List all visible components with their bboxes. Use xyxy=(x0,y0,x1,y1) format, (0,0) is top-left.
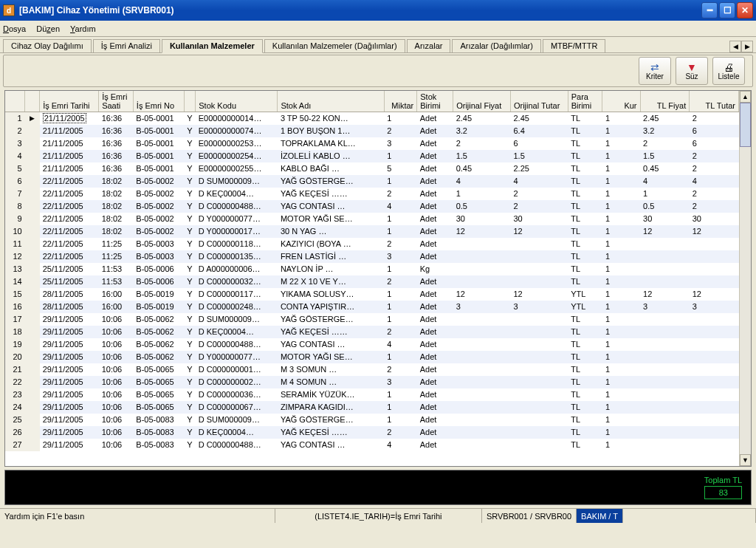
table-row[interactable]: 2329/11/200510:06B-05-0065YD C000000036…… xyxy=(5,388,739,401)
col-orijinal-fiyat[interactable]: Orijinal Fiyat xyxy=(453,91,511,112)
col-is-emri-saati[interactable]: İş Emri Saati xyxy=(99,91,134,112)
table-row[interactable]: 2629/11/200510:06B-05-0083YD KEÇ00004…YA… xyxy=(5,426,739,439)
total-label: Toplam TL xyxy=(704,476,742,484)
tab-mtbf-mttr[interactable]: MTBF/MTTR xyxy=(543,39,606,52)
toolbar: ⇄ Kriter ▼ Süz 🖨 Listele xyxy=(3,55,753,87)
table-row[interactable]: 1528/11/200516:00B-05-0019YD C000000117…… xyxy=(5,288,739,301)
listele-button[interactable]: 🖨 Listele xyxy=(712,57,745,85)
col-para-birimi[interactable]: Para Birimi xyxy=(568,91,602,112)
table-row[interactable]: 2229/11/200510:06B-05-0065YD C000000002…… xyxy=(5,376,739,388)
kriter-button[interactable]: ⇄ Kriter xyxy=(639,57,671,85)
table-row[interactable]: 622/11/200518:02B-05-0002YD SUM000009…YA… xyxy=(5,175,739,188)
table-row[interactable]: 1▶21/11/200516:36B-05-0001YE00000000014…… xyxy=(5,112,739,125)
minimize-button[interactable]: ━ xyxy=(701,2,718,18)
scroll-thumb[interactable] xyxy=(740,103,751,147)
table-row[interactable]: 1628/11/200516:00B-05-0019YD C000000248…… xyxy=(5,301,739,313)
tabs-scroll-left[interactable]: ◀ xyxy=(729,41,741,52)
table-row[interactable]: 822/11/200518:02B-05-0002YD C000000488…Y… xyxy=(5,200,739,213)
table-row[interactable]: 421/11/200516:36B-05-0001YE00000000254…İ… xyxy=(5,150,739,162)
status-server: SRVBR001 / SRVBR00 xyxy=(482,509,577,523)
scroll-up-icon[interactable]: ▲ xyxy=(740,91,751,103)
scroll-down-icon[interactable]: ▼ xyxy=(740,454,751,466)
col-stok-kodu[interactable]: Stok Kodu xyxy=(196,91,278,112)
tab-arizalar[interactable]: Arızalar xyxy=(407,39,451,52)
col-stok-adi[interactable]: Stok Adı xyxy=(278,91,384,112)
table-row[interactable]: 722/11/200518:02B-05-0002YD KEÇ00004…YAĞ… xyxy=(5,188,739,200)
table-row[interactable]: 1222/11/200511:25B-05-0003YD C000000135…… xyxy=(5,250,739,263)
status-help: Yardım için F1'e basın xyxy=(0,509,275,523)
table-row[interactable]: 2129/11/200510:06B-05-0065YD C000000001…… xyxy=(5,363,739,376)
table-row[interactable]: 1829/11/200510:06B-05-0062YD KEÇ00004…YA… xyxy=(5,326,739,338)
col-is-emri-no[interactable]: İş Emri No xyxy=(133,91,184,112)
tab-kullanilan-malzemeler[interactable]: Kullanılan Malzemeler xyxy=(162,39,263,53)
status-context: BAKIM / T xyxy=(577,509,623,523)
col-is-emri-tarihi[interactable]: İş Emri Tarihi xyxy=(40,91,99,112)
table-row[interactable]: 521/11/200516:36B-05-0001YE00000000255…K… xyxy=(5,162,739,175)
suz-button[interactable]: ▼ Süz xyxy=(676,57,708,85)
menu-duzen[interactable]: Düzen xyxy=(36,24,60,33)
close-button[interactable]: ✕ xyxy=(737,2,753,18)
tabs-scroll-right[interactable]: ▶ xyxy=(741,41,753,52)
menu-yardim[interactable]: Yardım xyxy=(70,24,96,33)
materials-table[interactable]: İş Emri Tarihi İş Emri Saati İş Emri No … xyxy=(5,91,739,451)
menu-dosya[interactable]: Dosya xyxy=(3,24,26,33)
table-row[interactable]: 1022/11/200518:02B-05-0002YD Y000000017…… xyxy=(5,225,739,238)
col-stok-birimi[interactable]: Stok Birimi xyxy=(417,91,453,112)
col-kur[interactable]: Kur xyxy=(602,91,640,112)
tab-is-emri-analizi[interactable]: İş Emri Analizi xyxy=(93,39,160,52)
maximize-button[interactable]: ☐ xyxy=(719,2,735,18)
summary-bar: Toplam TL 83 xyxy=(4,470,752,505)
total-value: 83 xyxy=(704,486,742,499)
table-row[interactable]: 2529/11/200510:06B-05-0083YD SUM000009…Y… xyxy=(5,414,739,426)
status-expression: (LISTET4.IE_TARIH)=İş Emri Tarihi xyxy=(275,509,482,523)
statusbar: Yardım için F1'e basın (LISTET4.IE_TARIH… xyxy=(0,508,756,523)
grid-container: İş Emri Tarihi İş Emri Saati İş Emri No … xyxy=(4,90,752,467)
window-title: [BAKIM] Cihaz Yönetimi (SRVBR001) xyxy=(19,5,701,16)
table-row[interactable]: 1729/11/200510:06B-05-0062YD SUM000009…Y… xyxy=(5,313,739,326)
app-icon: d xyxy=(3,4,15,16)
vertical-scrollbar[interactable]: ▲ ▼ xyxy=(739,91,751,466)
table-row[interactable]: 1929/11/200510:06B-05-0062YD C000000488…… xyxy=(5,338,739,351)
tab-kullanilan-malzemeler-dagilim[interactable]: Kullanılan Malzemeler (Dağılımlar) xyxy=(264,39,405,52)
filter-icon: ▼ xyxy=(687,62,697,72)
table-row[interactable]: 2729/11/200510:06B-05-0083YD C000000488…… xyxy=(5,439,739,451)
menubar: Dosya Düzen Yardım xyxy=(0,21,756,37)
printer-icon: 🖨 xyxy=(724,62,734,72)
tab-cihaz-olay[interactable]: Cihaz Olay Dağılımı xyxy=(3,39,92,52)
table-row[interactable]: 1425/11/200511:53B-05-0006YD C000000032…… xyxy=(5,275,739,288)
table-row[interactable]: 321/11/200516:36B-05-0001YE00000000253…T… xyxy=(5,137,739,150)
swap-icon: ⇄ xyxy=(650,62,659,72)
table-row[interactable]: 2029/11/200510:06B-05-0062YD Y000000077…… xyxy=(5,351,739,363)
col-miktar[interactable]: Miktar xyxy=(384,91,416,112)
col-tl-fiyat[interactable]: TL Fiyat xyxy=(640,91,690,112)
titlebar: d [BAKIM] Cihaz Yönetimi (SRVBR001) ━ ☐ … xyxy=(0,0,756,21)
table-row[interactable]: 922/11/200518:02B-05-0002YD Y000000077…M… xyxy=(5,213,739,225)
table-row[interactable]: 221/11/200516:36B-05-0001YE00000000074…1… xyxy=(5,125,739,137)
col-orijinal-tutar[interactable]: Orijinal Tutar xyxy=(510,91,568,112)
col-tl-tutar[interactable]: TL Tutar xyxy=(690,91,739,112)
tab-arizalar-dagilim[interactable]: Arızalar (Dağılımlar) xyxy=(452,39,540,52)
tabs-strip: Cihaz Olay Dağılımı İş Emri Analizi Kull… xyxy=(0,37,756,53)
table-row[interactable]: 2429/11/200510:06B-05-0065YD C000000067…… xyxy=(5,401,739,414)
col-blank[interactable] xyxy=(184,91,196,112)
table-row[interactable]: 1122/11/200511:25B-05-0003YD C000000118…… xyxy=(5,238,739,250)
table-row[interactable]: 1325/11/200511:53B-05-0006YD A000000006…… xyxy=(5,263,739,275)
